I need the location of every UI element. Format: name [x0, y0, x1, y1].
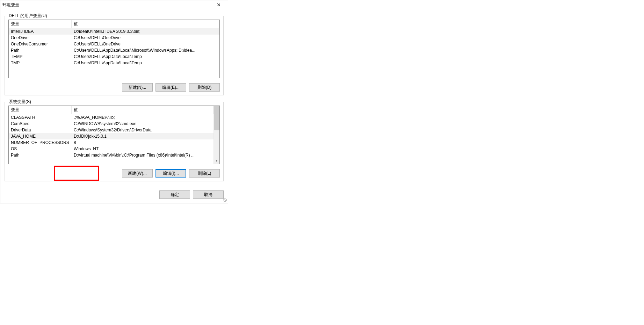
list-content: 变量 值 CLASSPATH.;%JAVA_HOME%\lib;ComSpecC…	[9, 106, 214, 164]
user-delete-button[interactable]: 删除(D)	[189, 83, 220, 92]
table-row[interactable]: PathC:\Users\DELL\AppData\Local\Microsof…	[9, 47, 219, 53]
cell-value: D:\ideaIU\IntelliJ IDEA 2019.3.3\bin;	[72, 28, 219, 35]
user-new-button[interactable]: 新建(N)...	[122, 83, 153, 92]
close-icon: ✕	[217, 2, 221, 8]
cell-name: TMP	[9, 60, 72, 66]
table-row[interactable]: OneDriveC:\Users\DELL\OneDrive	[9, 35, 219, 41]
cell-name: ComSpec	[9, 121, 72, 127]
resize-grip-icon[interactable]	[223, 198, 227, 202]
cell-value: D:\virtual machine\VM\bin\;C:\Program Fi…	[72, 152, 214, 158]
table-row[interactable]: DriverDataC:\Windows\System32\Drivers\Dr…	[9, 127, 214, 133]
system-variables-list-header: 变量 值	[9, 106, 214, 114]
user-variables-rows: IntelliJ IDEAD:\ideaIU\IntelliJ IDEA 201…	[9, 28, 219, 66]
table-row[interactable]: OneDriveConsumerC:\Users\DELL\OneDrive	[9, 41, 219, 47]
scroll-down-icon[interactable]: ▾	[214, 158, 219, 164]
user-variables-group: DELL 的用户变量(U) 变量 值 IntelliJ IDEAD:\ideaI…	[5, 16, 224, 95]
cell-name: CLASSPATH	[9, 114, 72, 121]
table-row[interactable]: OSWindows_NT	[9, 146, 214, 152]
system-variables-group-label: 系统变量(S)	[8, 99, 32, 105]
cell-name: OneDriveConsumer	[9, 41, 72, 47]
cell-name: DriverData	[9, 127, 72, 133]
cell-value: D:\JDK\jdk-15.0.1	[72, 133, 214, 139]
close-button[interactable]: ✕	[212, 1, 226, 9]
table-row[interactable]: CLASSPATH.;%JAVA_HOME%\lib;	[9, 114, 214, 121]
table-row[interactable]: PathD:\virtual machine\VM\bin\;C:\Progra…	[9, 152, 214, 158]
annotation-highlight	[54, 166, 99, 181]
user-edit-button[interactable]: 编辑(E)...	[155, 83, 186, 92]
cell-name: IntelliJ IDEA	[9, 28, 72, 35]
column-header-name[interactable]: 变量	[9, 20, 72, 28]
column-header-value[interactable]: 值	[72, 106, 214, 114]
cell-name: OS	[9, 146, 72, 152]
cell-value: C:\Users\DELL\OneDrive	[72, 41, 219, 47]
cell-name: JAVA_HOME	[9, 133, 72, 139]
cell-name: OneDrive	[9, 35, 72, 41]
cancel-button[interactable]: 取消	[193, 190, 224, 199]
cell-name: Path	[9, 152, 72, 158]
dialog-body: DELL 的用户变量(U) 变量 值 IntelliJ IDEAD:\ideaI…	[0, 9, 228, 189]
system-list-scrollbar[interactable]: ▾	[214, 106, 219, 164]
cell-value: C:\Users\DELL\OneDrive	[72, 35, 219, 41]
scroll-thumb[interactable]	[214, 106, 219, 130]
cell-value: C:\WINDOWS\system32\cmd.exe	[72, 121, 214, 127]
cell-value: C:\Users\DELL\AppData\Local\Temp	[72, 53, 219, 60]
table-row[interactable]: TEMPC:\Users\DELL\AppData\Local\Temp	[9, 53, 219, 60]
table-row[interactable]: ComSpecC:\WINDOWS\system32\cmd.exe	[9, 121, 214, 127]
table-row[interactable]: TMPC:\Users\DELL\AppData\Local\Temp	[9, 60, 219, 66]
table-row[interactable]: JAVA_HOMED:\JDK\jdk-15.0.1	[9, 133, 214, 139]
environment-variables-dialog: 环境变量 ✕ DELL 的用户变量(U) 变量 值 IntelliJ IDEAD…	[0, 0, 228, 203]
cell-value: C:\Windows\System32\Drivers\DriverData	[72, 127, 214, 133]
user-variables-list-header: 变量 值	[9, 20, 219, 28]
cell-name: Path	[9, 47, 72, 53]
dialog-footer: 确定 取消	[0, 189, 228, 203]
system-edit-button[interactable]: 编辑(I)...	[155, 169, 186, 178]
cell-value: C:\Users\DELL\AppData\Local\Temp	[72, 60, 219, 66]
column-header-name[interactable]: 变量	[9, 106, 72, 114]
user-variables-buttons: 新建(N)... 编辑(E)... 删除(D)	[8, 83, 220, 92]
system-variables-list[interactable]: 变量 值 CLASSPATH.;%JAVA_HOME%\lib;ComSpecC…	[8, 106, 220, 164]
table-row[interactable]: NUMBER_OF_PROCESSORS8	[9, 139, 214, 146]
dialog-title: 环境变量	[2, 2, 19, 8]
cell-value: Windows_NT	[72, 146, 214, 152]
ok-button[interactable]: 确定	[159, 190, 190, 199]
system-variables-buttons: 新建(W)... 编辑(I)... 删除(L)	[8, 169, 220, 178]
user-variables-list[interactable]: 变量 值 IntelliJ IDEAD:\ideaIU\IntelliJ IDE…	[8, 20, 220, 78]
cell-name: NUMBER_OF_PROCESSORS	[9, 139, 72, 146]
column-header-value[interactable]: 值	[72, 20, 219, 28]
system-new-button[interactable]: 新建(W)...	[122, 169, 153, 178]
system-variables-rows: CLASSPATH.;%JAVA_HOME%\lib;ComSpecC:\WIN…	[9, 114, 214, 158]
cell-name: TEMP	[9, 53, 72, 60]
system-variables-group: 系统变量(S) 变量 值 CLASSPATH.;%JAVA_HOME%\lib;…	[5, 102, 224, 181]
cell-value: 8	[72, 139, 214, 146]
list-content: 变量 值 IntelliJ IDEAD:\ideaIU\IntelliJ IDE…	[9, 20, 219, 78]
table-row[interactable]: IntelliJ IDEAD:\ideaIU\IntelliJ IDEA 201…	[9, 28, 219, 35]
system-delete-button[interactable]: 删除(L)	[189, 169, 220, 178]
cell-value: .;%JAVA_HOME%\lib;	[72, 114, 214, 121]
cell-value: C:\Users\DELL\AppData\Local\Microsoft\Wi…	[72, 47, 219, 53]
dialog-title-bar: 环境变量 ✕	[0, 0, 228, 9]
user-variables-group-label: DELL 的用户变量(U)	[8, 13, 48, 19]
